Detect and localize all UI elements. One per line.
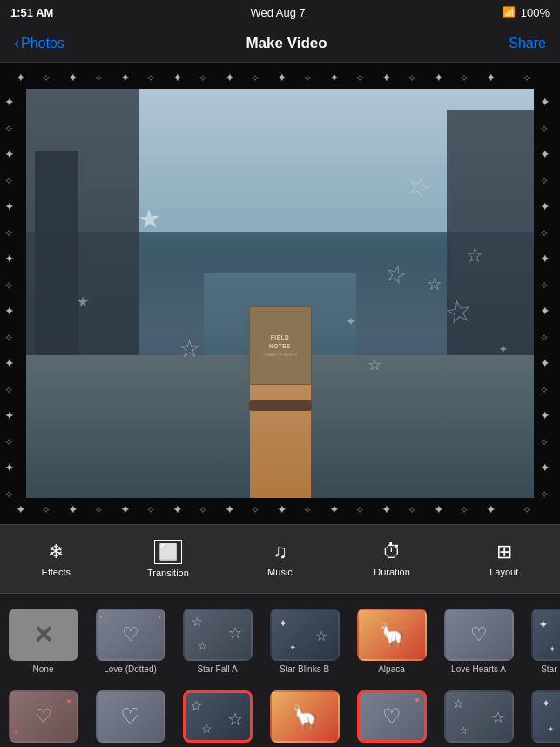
svg-text:✧: ✧ xyxy=(303,504,312,516)
svg-text:✦: ✦ xyxy=(225,502,235,516)
effect-love-hearts-b-thumb: ♡ xyxy=(96,690,165,743)
effect-star-fall-a-thumb: ☆ ☆ ☆ xyxy=(183,609,253,661)
svg-text:✦: ✦ xyxy=(4,304,15,318)
share-button[interactable]: Share xyxy=(509,36,546,51)
svg-text:✧: ✧ xyxy=(4,384,13,396)
svg-text:✦: ✦ xyxy=(172,71,183,84)
effects-label: Effects xyxy=(42,567,71,577)
svg-text:✦: ✦ xyxy=(68,71,78,84)
svg-text:✦: ✦ xyxy=(434,502,444,516)
effect-alpaca-a[interactable]: 🦙 Alpaca A xyxy=(263,679,346,747)
svg-text:✧: ✧ xyxy=(42,72,51,84)
back-button[interactable]: ‹ Photos xyxy=(14,34,64,52)
effect-love-dotted[interactable]: ♡ • • Love (Dotted) xyxy=(89,597,172,679)
svg-text:✧: ✧ xyxy=(94,504,103,516)
svg-text:✧: ✧ xyxy=(460,72,469,84)
effect-love-hearts-a[interactable]: ♡ Love Hearts A xyxy=(437,597,520,679)
effect-star-blinks-c[interactable]: ✦ ☆ ✦ Star Blinks C xyxy=(524,679,560,747)
effect-star-blinks-a[interactable]: ✦ ☆ ✦ Star Blinks A xyxy=(524,597,560,679)
back-label: Photos xyxy=(21,36,64,51)
transition-icon: ⬜ xyxy=(154,540,182,564)
toolbar-music[interactable]: ♫ Music xyxy=(224,541,336,577)
status-date: Wed Aug 7 xyxy=(250,6,305,19)
svg-text:✧: ✧ xyxy=(4,123,13,135)
effect-star-blinks-a-label: Star Blinks A xyxy=(541,664,560,674)
svg-text:✧: ✧ xyxy=(523,504,531,516)
effect-star-blinks-b[interactable]: ✦ ☆ ✦ Star Blinks B xyxy=(263,597,346,679)
effect-alpaca[interactable]: 🦙 Alpaca xyxy=(350,597,433,679)
svg-text:✧: ✧ xyxy=(303,72,312,84)
svg-text:✦: ✦ xyxy=(540,356,550,370)
svg-text:✦: ✦ xyxy=(4,95,15,109)
effect-none-thumb: ✕ xyxy=(9,609,78,661)
effect-none-label: None xyxy=(33,664,54,674)
svg-text:✦: ✦ xyxy=(277,71,287,84)
duration-label: Duration xyxy=(374,567,410,577)
svg-text:✧: ✧ xyxy=(355,72,364,84)
svg-text:✧: ✧ xyxy=(4,175,13,187)
transition-label: Transition xyxy=(147,568,189,578)
toolbar-layout[interactable]: ⊞ Layout xyxy=(448,541,560,577)
effect-love-vintage[interactable]: ♡ ♥ ♥ Love (Vintage) xyxy=(2,679,84,747)
nav-bar: ‹ Photos Make Video Share xyxy=(0,24,560,63)
svg-text:✧: ✧ xyxy=(540,227,549,239)
svg-text:✧: ✧ xyxy=(523,72,531,84)
svg-text:✧: ✧ xyxy=(540,279,549,292)
effect-love-hearts-a-thumb: ♡ xyxy=(444,609,514,661)
svg-text:✦: ✦ xyxy=(172,502,183,516)
svg-text:✦: ✦ xyxy=(120,71,131,84)
effect-love-dotted-label: Love (Dotted) xyxy=(104,664,157,674)
svg-text:✧: ✧ xyxy=(251,72,260,84)
page-title: Make Video xyxy=(246,35,327,52)
svg-text:✦: ✦ xyxy=(540,408,550,422)
svg-text:✦: ✦ xyxy=(540,252,550,266)
svg-text:✧: ✧ xyxy=(540,488,549,501)
svg-text:✧: ✧ xyxy=(408,72,416,84)
effect-star-blinks-b-thumb: ✦ ☆ ✦ xyxy=(270,609,340,661)
toolbar-duration[interactable]: ⏱ Duration xyxy=(336,541,449,577)
svg-text:✧: ✧ xyxy=(199,72,207,84)
svg-text:✦: ✦ xyxy=(540,304,550,318)
music-label: Music xyxy=(267,567,293,577)
effect-love-hearts-b[interactable]: ♡ Love Hearts B xyxy=(89,679,172,747)
svg-text:✧: ✧ xyxy=(540,332,549,344)
svg-text:✧: ✧ xyxy=(146,504,155,516)
svg-text:✦: ✦ xyxy=(329,71,340,84)
svg-text:✧: ✧ xyxy=(199,504,207,516)
svg-text:✧: ✧ xyxy=(4,488,13,501)
svg-text:✧: ✧ xyxy=(540,175,549,187)
svg-text:✦: ✦ xyxy=(277,502,287,516)
svg-text:✧: ✧ xyxy=(540,384,549,396)
toolbar-effects[interactable]: ❄ Effects xyxy=(0,541,112,577)
status-bar: 1:51 AM Wed Aug 7 📶 100% xyxy=(0,0,560,24)
svg-text:✦: ✦ xyxy=(4,408,15,422)
svg-text:✧: ✧ xyxy=(4,227,13,239)
effect-star-fall-a[interactable]: ☆ ☆ ☆ Star Fall A xyxy=(176,597,259,679)
svg-text:✦: ✦ xyxy=(381,71,392,84)
effect-none[interactable]: ✕ None xyxy=(2,597,84,679)
svg-text:✧: ✧ xyxy=(251,504,260,516)
wifi-icon: 📶 xyxy=(503,6,516,18)
effect-star-fall-b[interactable]: ☆ ☆ ☆ Star Fall B xyxy=(437,679,520,747)
effect-love-couple[interactable]: ♡ ♥ Love (Couple) xyxy=(350,679,433,747)
battery-label: 100% xyxy=(521,6,550,19)
effects-icon: ❄ xyxy=(48,541,64,563)
effect-alpaca-a-thumb: 🦙 xyxy=(270,690,340,743)
layout-label: Layout xyxy=(489,567,518,577)
svg-text:✦: ✦ xyxy=(381,502,392,516)
svg-text:✦: ✦ xyxy=(68,502,78,516)
svg-text:✦: ✦ xyxy=(486,71,496,84)
effect-alpaca-thumb: 🦙 xyxy=(357,609,427,661)
video-preview: .star-b { fill: none; stroke: white; str… xyxy=(0,63,560,524)
svg-text:✦: ✦ xyxy=(225,71,235,84)
toolbar-transition[interactable]: ⬜ Transition xyxy=(112,540,225,578)
effect-alpaca-label: Alpaca xyxy=(378,664,405,674)
effect-star-fall-c[interactable]: ☆ ☆ ☆ Star Fall C xyxy=(176,679,259,747)
svg-text:✦: ✦ xyxy=(434,71,444,84)
music-icon: ♫ xyxy=(273,541,287,563)
svg-text:✧: ✧ xyxy=(408,504,416,516)
svg-text:✧: ✧ xyxy=(4,279,13,292)
svg-text:✦: ✦ xyxy=(4,461,15,474)
toolbar: ❄ Effects ⬜ Transition ♫ Music ⏱ Duratio… xyxy=(0,524,560,594)
svg-text:✦: ✦ xyxy=(540,147,550,161)
